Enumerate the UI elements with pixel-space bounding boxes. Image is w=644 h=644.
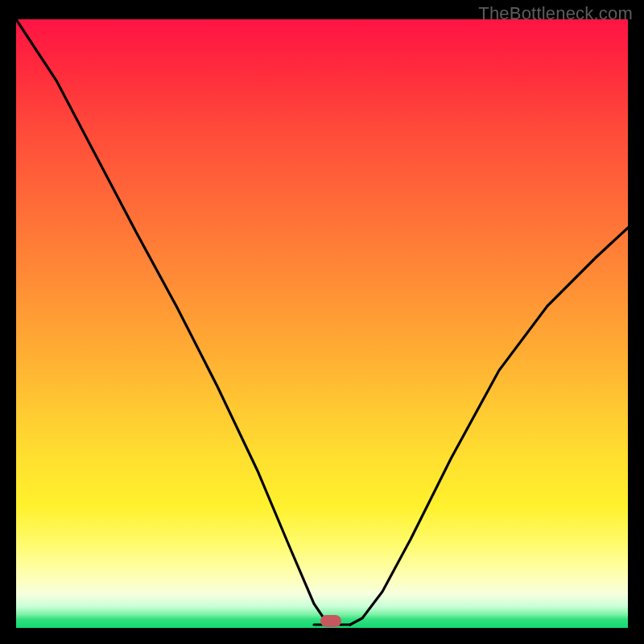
watermark-text: TheBottleneck.com (478, 3, 633, 24)
chart-frame: TheBottleneck.com (0, 0, 644, 644)
chart-curves-svg (16, 19, 628, 628)
bottleneck-marker (320, 615, 341, 627)
curve-right (350, 228, 628, 625)
curve-left (16, 19, 334, 625)
